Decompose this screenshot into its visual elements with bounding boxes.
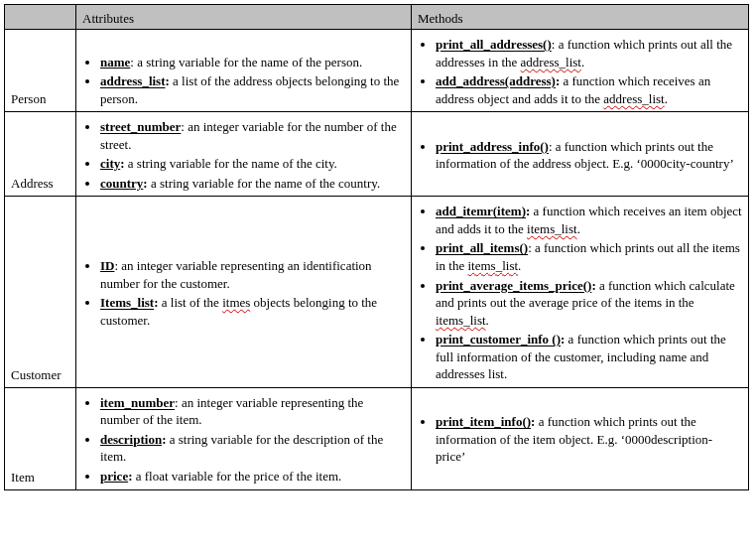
row-item: Item item_number: an integer variable re… <box>5 387 749 489</box>
header-row: Attributes Methods <box>5 5 749 30</box>
attr-desc: a string variable for the name of the ci… <box>125 156 337 171</box>
list-item: print_customer_info (): a function which… <box>436 331 742 383</box>
rowlabel-address: Address <box>5 112 76 197</box>
list-item: address_list: a list of the address obje… <box>100 72 405 107</box>
row-customer: Customer ID: an integer variable represe… <box>5 197 749 387</box>
ref: address_list <box>603 91 664 106</box>
attr-name: address_list <box>100 73 166 88</box>
attr-name: street_number <box>100 119 181 134</box>
list: ID: an integer variable representing an … <box>100 257 405 329</box>
list-item: city: a string variable for the name of … <box>100 155 405 173</box>
attr-desc: a string variable for the name of the co… <box>148 176 381 191</box>
attr-desc: a float variable for the price of the it… <box>133 469 342 484</box>
list-item: Items_list: a list of the itmes objects … <box>100 294 405 329</box>
item-attributes: item_number: an integer variable represe… <box>76 387 412 489</box>
customer-methods: add_itemr(item): a function which receiv… <box>412 197 749 387</box>
row-address: Address street_number: an integer variab… <box>5 112 749 197</box>
person-methods: print_all_addresses(): a function which … <box>412 30 749 112</box>
list: print_address_info(): a function which p… <box>436 138 742 173</box>
typo: itmes <box>222 295 250 310</box>
class-spec-table: Attributes Methods Person name: a string… <box>4 4 749 490</box>
attr-desc: a list of the <box>159 295 223 310</box>
ref: items_list <box>436 313 486 328</box>
list-item: name: a string variable for the name of … <box>100 54 405 71</box>
header-attributes: Attributes <box>76 5 412 30</box>
method-name: add_address(address) <box>436 73 556 88</box>
method-name: add_itemr(item) <box>436 204 526 218</box>
list-item: print_average_items_price(): a function … <box>436 277 742 330</box>
list: street_number: an integer variable for t… <box>100 118 405 192</box>
item-methods: print_item_info(): a function which prin… <box>412 387 749 489</box>
ref: address_list <box>521 55 581 69</box>
list-item: print_item_info(): a function which prin… <box>436 413 742 466</box>
list-item: ID: an integer variable representing an … <box>100 257 405 292</box>
list-item: item_number: an integer variable represe… <box>100 394 405 429</box>
method-name: print_customer_info () <box>436 332 561 347</box>
header-blank <box>5 5 76 30</box>
list-item: add_address(address): a function which r… <box>436 72 742 107</box>
attr-name: description <box>100 432 162 447</box>
rowlabel-customer: Customer <box>5 197 76 387</box>
address-attributes: street_number: an integer variable for t… <box>76 112 412 197</box>
person-attributes: name: a string variable for the name of … <box>76 30 412 112</box>
attr-name: price <box>100 469 128 484</box>
row-person: Person name: a string variable for the n… <box>5 30 749 112</box>
method-name: print_all_addresses() <box>436 37 552 52</box>
method-name: print_address_info() <box>436 139 549 154</box>
address-methods: print_address_info(): a function which p… <box>412 112 749 197</box>
attr-name: name <box>100 55 130 69</box>
list-item: print_all_addresses(): a function which … <box>436 36 742 70</box>
list-item: street_number: an integer variable for t… <box>100 118 405 153</box>
list: add_itemr(item): a function which receiv… <box>436 203 742 382</box>
header-methods: Methods <box>412 5 749 30</box>
method-name: print_item_info() <box>436 414 531 429</box>
list: name: a string variable for the name of … <box>100 54 405 108</box>
ref: items_list <box>468 258 519 273</box>
list-item: description: a string variable for the d… <box>100 431 405 466</box>
list-item: country: a string variable for the name … <box>100 175 405 193</box>
method-name: print_all_items() <box>436 240 528 255</box>
list-item: print_address_info(): a function which p… <box>436 138 742 173</box>
rowlabel-item: Item <box>5 387 76 489</box>
list: print_item_info(): a function which prin… <box>436 413 742 466</box>
customer-attributes: ID: an integer variable representing an … <box>76 197 412 387</box>
ref: items_list <box>527 221 577 236</box>
list: item_number: an integer variable represe… <box>100 394 405 486</box>
attr-name: item_number <box>100 395 175 410</box>
rowlabel-person: Person <box>5 30 76 112</box>
attr-desc: : a string variable for the name of the … <box>130 55 362 69</box>
list-item: print_all_items(): a function which prin… <box>436 239 742 274</box>
attr-name: city <box>100 156 120 171</box>
list-item: add_itemr(item): a function which receiv… <box>436 203 742 237</box>
attr-name: Items_list <box>100 295 154 310</box>
attr-desc: : an integer variable representing an id… <box>100 258 372 291</box>
list-item: price: a float variable for the price of… <box>100 468 405 486</box>
attr-name: ID <box>100 258 114 273</box>
attr-name: country <box>100 176 143 191</box>
list: print_all_addresses(): a function which … <box>436 36 742 107</box>
method-name: print_average_items_price() <box>436 278 591 293</box>
